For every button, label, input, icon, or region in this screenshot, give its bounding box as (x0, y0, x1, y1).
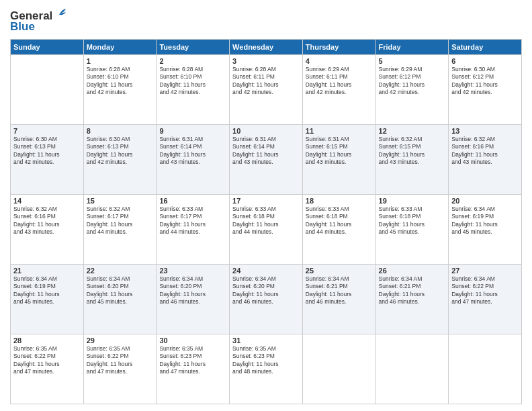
day-number: 20 (451, 197, 519, 205)
calendar-cell: 25Sunrise: 6:34 AM Sunset: 6:21 PM Dayli… (302, 265, 375, 334)
calendar-cell (302, 334, 375, 404)
calendar-cell: 10Sunrise: 6:31 AM Sunset: 6:14 PM Dayli… (230, 125, 303, 195)
day-info: Sunrise: 6:35 AM Sunset: 6:23 PM Dayligh… (232, 345, 300, 376)
day-info: Sunrise: 6:34 AM Sunset: 6:21 PM Dayligh… (379, 275, 446, 306)
calendar-cell: 20Sunrise: 6:34 AM Sunset: 6:19 PM Dayli… (449, 195, 522, 265)
day-info: Sunrise: 6:33 AM Sunset: 6:17 PM Dayligh… (159, 205, 226, 236)
day-number: 6 (451, 57, 519, 65)
day-info: Sunrise: 6:31 AM Sunset: 6:14 PM Dayligh… (159, 136, 226, 167)
calendar-cell: 15Sunrise: 6:32 AM Sunset: 6:17 PM Dayli… (83, 195, 157, 265)
day-number: 21 (13, 267, 81, 275)
logo-bird-icon (54, 7, 67, 20)
day-info: Sunrise: 6:30 AM Sunset: 6:12 PM Dayligh… (451, 66, 519, 97)
calendar-cell: 27Sunrise: 6:34 AM Sunset: 6:22 PM Dayli… (449, 265, 522, 334)
day-number: 11 (306, 127, 373, 135)
calendar-week-row: 21Sunrise: 6:34 AM Sunset: 6:19 PM Dayli… (11, 265, 522, 334)
logo: General Blue (10, 9, 67, 34)
day-number: 25 (306, 267, 373, 275)
calendar-cell: 16Sunrise: 6:33 AM Sunset: 6:17 PM Dayli… (157, 195, 230, 265)
day-info: Sunrise: 6:30 AM Sunset: 6:13 PM Dayligh… (87, 136, 154, 167)
day-info: Sunrise: 6:34 AM Sunset: 6:22 PM Dayligh… (451, 275, 519, 306)
day-info: Sunrise: 6:34 AM Sunset: 6:20 PM Dayligh… (87, 275, 154, 306)
day-info: Sunrise: 6:30 AM Sunset: 6:13 PM Dayligh… (13, 136, 81, 167)
calendar-header-row: SundayMondayTuesdayWednesdayThursdayFrid… (11, 40, 522, 55)
day-number: 2 (159, 57, 226, 65)
calendar-cell: 12Sunrise: 6:32 AM Sunset: 6:15 PM Dayli… (375, 125, 449, 195)
calendar-cell: 22Sunrise: 6:34 AM Sunset: 6:20 PM Dayli… (83, 265, 157, 334)
day-info: Sunrise: 6:28 AM Sunset: 6:10 PM Dayligh… (87, 66, 154, 97)
calendar-cell: 6Sunrise: 6:30 AM Sunset: 6:12 PM Daylig… (449, 55, 522, 125)
day-info: Sunrise: 6:32 AM Sunset: 6:15 PM Dayligh… (379, 136, 446, 167)
day-number: 18 (306, 197, 373, 205)
calendar-week-row: 28Sunrise: 6:35 AM Sunset: 6:22 PM Dayli… (11, 334, 522, 404)
calendar-cell: 30Sunrise: 6:35 AM Sunset: 6:23 PM Dayli… (157, 334, 230, 404)
day-info: Sunrise: 6:32 AM Sunset: 6:17 PM Dayligh… (87, 205, 154, 236)
day-of-week-header: Thursday (302, 40, 375, 55)
day-number: 10 (232, 127, 300, 135)
day-info: Sunrise: 6:33 AM Sunset: 6:18 PM Dayligh… (379, 205, 446, 236)
day-number: 3 (232, 57, 300, 65)
day-number: 28 (13, 336, 81, 345)
calendar-cell: 7Sunrise: 6:30 AM Sunset: 6:13 PM Daylig… (11, 125, 84, 195)
calendar-cell (375, 334, 449, 404)
calendar-week-row: 7Sunrise: 6:30 AM Sunset: 6:13 PM Daylig… (11, 125, 522, 195)
calendar-cell: 2Sunrise: 6:28 AM Sunset: 6:10 PM Daylig… (157, 55, 230, 125)
day-number: 26 (379, 267, 446, 275)
day-info: Sunrise: 6:29 AM Sunset: 6:11 PM Dayligh… (306, 66, 373, 97)
day-number: 8 (87, 127, 154, 135)
calendar-cell: 1Sunrise: 6:28 AM Sunset: 6:10 PM Daylig… (83, 55, 157, 125)
day-number: 17 (232, 197, 300, 205)
calendar-cell: 11Sunrise: 6:31 AM Sunset: 6:15 PM Dayli… (302, 125, 375, 195)
day-info: Sunrise: 6:29 AM Sunset: 6:12 PM Dayligh… (379, 66, 446, 97)
calendar-cell (449, 334, 522, 404)
day-info: Sunrise: 6:31 AM Sunset: 6:15 PM Dayligh… (306, 136, 373, 167)
day-of-week-header: Friday (375, 40, 449, 55)
day-number: 5 (379, 57, 446, 65)
calendar-cell: 18Sunrise: 6:33 AM Sunset: 6:18 PM Dayli… (302, 195, 375, 265)
calendar-cell: 26Sunrise: 6:34 AM Sunset: 6:21 PM Dayli… (375, 265, 449, 334)
calendar-cell: 14Sunrise: 6:32 AM Sunset: 6:16 PM Dayli… (11, 195, 84, 265)
day-number: 31 (232, 336, 300, 345)
day-number: 15 (87, 197, 154, 205)
day-info: Sunrise: 6:35 AM Sunset: 6:22 PM Dayligh… (87, 345, 154, 376)
day-info: Sunrise: 6:35 AM Sunset: 6:22 PM Dayligh… (13, 345, 81, 376)
calendar-cell: 31Sunrise: 6:35 AM Sunset: 6:23 PM Dayli… (230, 334, 303, 404)
day-info: Sunrise: 6:34 AM Sunset: 6:21 PM Dayligh… (306, 275, 373, 306)
day-info: Sunrise: 6:35 AM Sunset: 6:23 PM Dayligh… (159, 345, 226, 376)
day-of-week-header: Sunday (11, 40, 84, 55)
day-info: Sunrise: 6:28 AM Sunset: 6:11 PM Dayligh… (232, 66, 300, 97)
day-number: 24 (232, 267, 300, 275)
calendar-cell: 9Sunrise: 6:31 AM Sunset: 6:14 PM Daylig… (157, 125, 230, 195)
day-number: 14 (13, 197, 81, 205)
day-info: Sunrise: 6:34 AM Sunset: 6:19 PM Dayligh… (13, 275, 81, 306)
calendar-week-row: 14Sunrise: 6:32 AM Sunset: 6:16 PM Dayli… (11, 195, 522, 265)
day-number: 7 (13, 127, 81, 135)
day-of-week-header: Monday (83, 40, 157, 55)
day-number: 30 (159, 336, 226, 345)
day-info: Sunrise: 6:32 AM Sunset: 6:16 PM Dayligh… (451, 136, 519, 167)
calendar-cell: 13Sunrise: 6:32 AM Sunset: 6:16 PM Dayli… (449, 125, 522, 195)
day-of-week-header: Tuesday (157, 40, 230, 55)
day-info: Sunrise: 6:34 AM Sunset: 6:19 PM Dayligh… (451, 205, 519, 236)
calendar-cell: 8Sunrise: 6:30 AM Sunset: 6:13 PM Daylig… (83, 125, 157, 195)
day-info: Sunrise: 6:31 AM Sunset: 6:14 PM Dayligh… (232, 136, 300, 167)
day-number: 16 (159, 197, 226, 205)
calendar-cell: 21Sunrise: 6:34 AM Sunset: 6:19 PM Dayli… (11, 265, 84, 334)
day-number: 1 (87, 57, 154, 65)
calendar-cell: 3Sunrise: 6:28 AM Sunset: 6:11 PM Daylig… (230, 55, 303, 125)
calendar-week-row: 1Sunrise: 6:28 AM Sunset: 6:10 PM Daylig… (11, 55, 522, 125)
day-number: 12 (379, 127, 446, 135)
calendar-table: SundayMondayTuesdayWednesdayThursdayFrid… (10, 39, 522, 404)
day-info: Sunrise: 6:32 AM Sunset: 6:16 PM Dayligh… (13, 205, 81, 236)
calendar-cell: 5Sunrise: 6:29 AM Sunset: 6:12 PM Daylig… (375, 55, 449, 125)
day-number: 19 (379, 197, 446, 205)
page: General Blue SundayMondayTuesdayWednesda… (0, 0, 532, 411)
day-info: Sunrise: 6:33 AM Sunset: 6:18 PM Dayligh… (232, 205, 300, 236)
day-info: Sunrise: 6:28 AM Sunset: 6:10 PM Dayligh… (159, 66, 226, 97)
day-number: 13 (451, 127, 519, 135)
calendar-cell: 23Sunrise: 6:34 AM Sunset: 6:20 PM Dayli… (157, 265, 230, 334)
day-number: 4 (306, 57, 373, 65)
header: General Blue (10, 7, 522, 34)
calendar-cell: 24Sunrise: 6:34 AM Sunset: 6:20 PM Dayli… (230, 265, 303, 334)
day-of-week-header: Wednesday (230, 40, 303, 55)
